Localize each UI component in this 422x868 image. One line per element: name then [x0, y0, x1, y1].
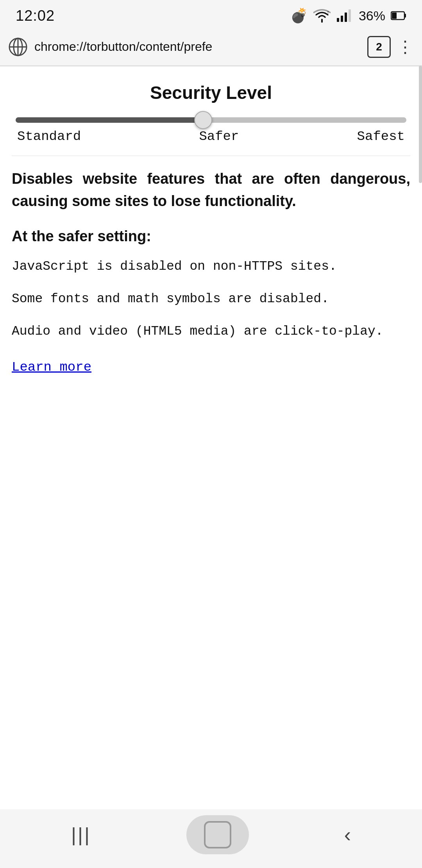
tab-count-badge[interactable]: 2 [367, 36, 391, 58]
svg-rect-7 [392, 13, 397, 19]
recent-apps-icon: ||| [71, 823, 91, 846]
status-icons: 💣 ↑ 36% [290, 7, 406, 24]
slider-label-safest: Safest [357, 129, 405, 144]
recent-apps-button[interactable]: ||| [71, 823, 91, 846]
learn-more-link[interactable]: Learn more [12, 360, 91, 375]
svg-rect-2 [341, 16, 343, 22]
divider-1 [12, 156, 410, 156]
globe-icon [8, 37, 28, 57]
back-icon: ‹ [344, 823, 351, 846]
bullet-media: Audio and video (HTML5 media) are click-… [12, 321, 410, 342]
svg-rect-4 [349, 9, 351, 22]
bomb-icon: 💣 [290, 7, 308, 24]
browser-nav-bar: chrome://torbutton/content/prefe 2 ⋮ [0, 28, 422, 66]
svg-rect-3 [345, 13, 347, 22]
bullet-fonts: Some fonts and math symbols are disabled… [12, 289, 410, 310]
slider-track[interactable] [16, 117, 406, 123]
status-bar: 12:02 💣 ↑ 36% [0, 0, 422, 28]
home-icon [204, 821, 231, 848]
page-title: Security Level [12, 82, 410, 103]
main-content: Security Level Standard Safer Safest Dis… [0, 66, 422, 386]
signal-icon [336, 9, 353, 23]
back-button[interactable]: ‹ [344, 823, 351, 846]
slider-labels: Standard Safer Safest [16, 129, 406, 144]
slider-fill [16, 117, 203, 123]
svg-text:↑: ↑ [327, 9, 329, 15]
slider-label-safer: Safer [199, 129, 239, 144]
battery-percent: 36% [359, 8, 385, 23]
scroll-indicator [419, 66, 422, 183]
url-bar[interactable]: chrome://torbutton/content/prefe [34, 39, 361, 54]
wifi-icon: ↑ [313, 9, 331, 23]
home-button[interactable] [186, 815, 249, 854]
bullet-javascript: JavaScript is disabled on non-HTTPS site… [12, 256, 410, 277]
slider-thumb[interactable] [194, 111, 212, 129]
security-level-slider-container: Standard Safer Safest [12, 117, 410, 144]
more-menu-icon[interactable]: ⋮ [397, 37, 414, 56]
safer-setting-heading: At the safer setting: [12, 228, 410, 245]
bottom-nav: ||| ‹ [0, 809, 422, 868]
battery-icon [391, 10, 406, 21]
svg-rect-1 [337, 18, 339, 22]
svg-rect-6 [404, 14, 406, 18]
slider-label-standard: Standard [17, 129, 81, 144]
status-time: 12:02 [16, 7, 55, 24]
description-bold: Disables website features that are often… [12, 168, 410, 212]
